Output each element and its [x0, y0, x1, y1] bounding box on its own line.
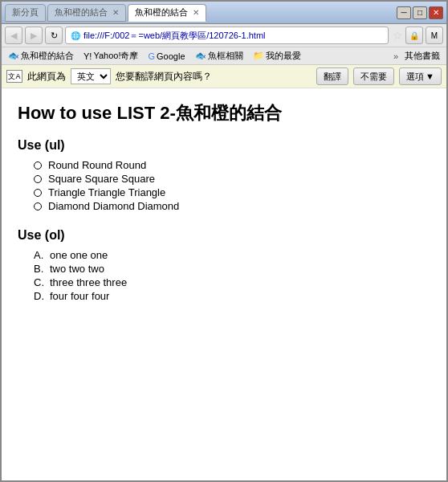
list-item: A. one one one: [34, 249, 430, 261]
bullet-icon: [34, 189, 42, 197]
bookmarks-bar: 🐟 魚和橙的結合 Y! Yahoo!奇摩 G Google 🐟 魚框相關 📁 我…: [2, 47, 446, 65]
page-content: How to use LIST 2-魚和橙的結合 Use (ul) Round …: [2, 88, 446, 480]
ol-item-3: three three three: [50, 276, 127, 288]
bookmark-yahoo-icon: Y!: [83, 51, 92, 61]
translate-page-label: 此網頁為: [27, 70, 66, 84]
tab-2-close[interactable]: ✕: [193, 8, 199, 17]
list-item: Triangle Triangle Triangle: [34, 186, 430, 198]
options-arrow-icon: ▼: [426, 71, 434, 81]
bookmark-other-label: 其他書籤: [405, 50, 440, 62]
bookmark-fish-related-icon: 🐟: [195, 51, 206, 61]
navbar: ◀ ▶ ↻ 🌐 file:///F:/002＝=web/網頁教學區/120726…: [2, 24, 446, 47]
bookmark-fish-orange[interactable]: 🐟 魚和橙的結合: [5, 49, 77, 63]
ol-letter-b: B.: [34, 263, 47, 275]
translate-prompt: 您要翻譯網頁內容嗎？: [116, 70, 312, 84]
list-item: B. two two two: [34, 263, 430, 275]
ul-section-title: Use (ul): [18, 138, 430, 153]
bookmark-yahoo[interactable]: Y! Yahoo!奇摩: [80, 49, 141, 63]
ordered-list: A. one one one B. two two two C. three t…: [34, 249, 430, 302]
window-controls: ─ □ ✕: [397, 6, 443, 19]
ol-item-4: four four four: [50, 290, 109, 302]
tab-2[interactable]: 魚和橙的結合 ✕: [128, 4, 206, 22]
ol-item-1: one one one: [50, 249, 108, 261]
bookmark-fish-related-label: 魚框相關: [208, 50, 243, 62]
bullet-icon: [34, 161, 42, 170]
bookmark-fish-related[interactable]: 🐟 魚框相關: [192, 49, 246, 63]
address-bar[interactable]: 🌐 file:///F:/002＝=web/網頁教學區/120726-1.htm…: [65, 27, 389, 44]
tab-new[interactable]: 新分頁: [5, 4, 46, 22]
bullet-icon: [34, 175, 42, 183]
options-button[interactable]: 選項 ▼: [399, 67, 442, 85]
list-item: Diamond Diamond Diamond: [34, 200, 430, 212]
tab-2-label: 魚和橙的結合: [135, 6, 188, 18]
tab-1-label: 魚和橙的結合: [55, 6, 108, 18]
translate-icon: 文A: [6, 70, 22, 83]
translate-from-select[interactable]: 英文: [71, 68, 111, 84]
ul-item-1: Round Round Round: [48, 159, 146, 171]
bookmark-google[interactable]: G Google: [145, 51, 188, 62]
gmail-icon[interactable]: M: [426, 27, 443, 44]
translate-bar: 文A 此網頁為 英文 您要翻譯網頁內容嗎？ 翻譯 不需要 選項 ▼: [2, 65, 446, 88]
list-item: Square Square Square: [34, 173, 430, 185]
tab-bar: 新分頁 魚和橙的結合 ✕ 魚和橙的結合 ✕: [5, 4, 397, 22]
page-title: How to use LIST 2-魚和橙的結合: [18, 101, 430, 125]
ul-item-2: Square Square Square: [48, 173, 155, 185]
dismiss-button[interactable]: 不需要: [353, 67, 394, 85]
bookmark-yahoo-label: Yahoo!奇摩: [93, 50, 138, 62]
tab-1-close[interactable]: ✕: [112, 8, 119, 17]
tab-1[interactable]: 魚和橙的結合 ✕: [47, 4, 126, 22]
bookmark-fish-icon: 🐟: [8, 51, 19, 61]
bookmark-star-icon[interactable]: ☆: [393, 29, 403, 42]
bookmark-google-icon: G: [148, 51, 155, 61]
bookmark-fish-label: 魚和橙的結合: [21, 50, 74, 62]
bookmarks-more-button[interactable]: »: [393, 51, 398, 61]
list-item: Round Round Round: [34, 159, 430, 171]
browser-window: 新分頁 魚和橙的結合 ✕ 魚和橙的結合 ✕ ─ □ ✕ ◀ ▶ ↻ 🌐 file…: [0, 0, 448, 482]
tab-new-label: 新分頁: [12, 6, 39, 18]
back-button[interactable]: ◀: [5, 27, 22, 44]
bookmark-folder-icon: 📁: [253, 51, 264, 61]
reload-button[interactable]: ↻: [45, 27, 63, 44]
unordered-list: Round Round Round Square Square Square T…: [34, 159, 430, 212]
ol-letter-c: C.: [34, 276, 47, 288]
address-text: file:///F:/002＝=web/網頁教學區/120726-1.html: [83, 30, 383, 42]
bookmark-favorites[interactable]: 📁 我的最愛: [250, 49, 304, 63]
options-label: 選項: [406, 71, 424, 83]
bookmark-google-label: Google: [157, 51, 185, 61]
titlebar: 新分頁 魚和橙的結合 ✕ 魚和橙的結合 ✕ ─ □ ✕: [2, 2, 446, 24]
forward-button[interactable]: ▶: [25, 27, 43, 44]
bullet-icon: [34, 202, 42, 210]
bookmark-favorites-label: 我的最愛: [266, 50, 301, 62]
bookmark-other[interactable]: 其他書籤: [401, 49, 443, 63]
lock-icon[interactable]: 🔒: [405, 27, 423, 44]
minimize-button[interactable]: ─: [397, 6, 411, 19]
ol-section-title: Use (ol): [18, 228, 430, 243]
maximize-button[interactable]: □: [413, 6, 427, 19]
ol-letter-a: A.: [34, 249, 47, 261]
list-item: C. three three three: [34, 276, 430, 288]
translate-button[interactable]: 翻譯: [316, 67, 348, 85]
ol-letter-d: D.: [34, 290, 47, 302]
page-icon: 🌐: [71, 31, 80, 40]
list-item: D. four four four: [34, 290, 430, 302]
close-button[interactable]: ✕: [429, 6, 443, 19]
ul-item-3: Triangle Triangle Triangle: [48, 186, 165, 198]
ul-item-4: Diamond Diamond Diamond: [48, 200, 179, 212]
ol-item-2: two two two: [50, 263, 104, 275]
